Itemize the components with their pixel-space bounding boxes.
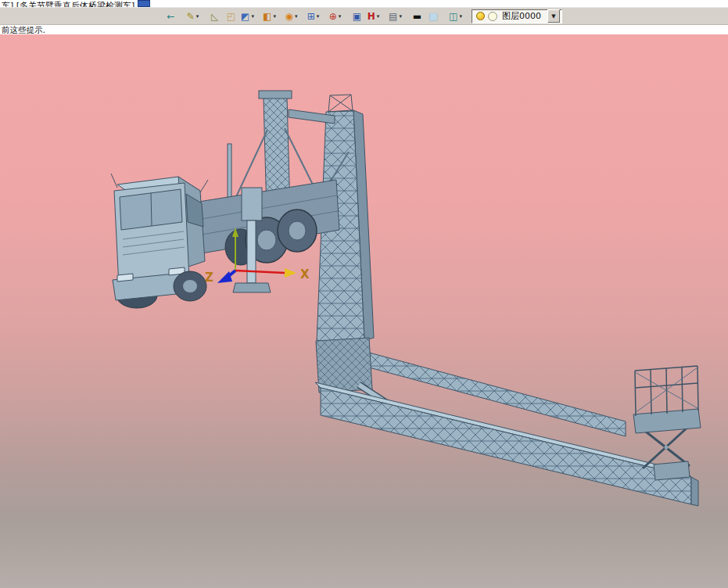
hint-text: 前这些提示. [2, 25, 45, 34]
screen-display-glyph: ▤ [389, 12, 397, 21]
display-mode-glyph: ◧ [263, 12, 271, 21]
layer-selector[interactable]: 图层0000 ▼ [472, 9, 562, 23]
line-width-icon[interactable]: ▬ [410, 9, 425, 23]
view-window-icon[interactable]: ⊞▾ [306, 9, 321, 23]
viewport-frame-icon[interactable]: ▣ [350, 9, 364, 23]
shaded-view-glyph: ◩ [241, 12, 249, 21]
window-title-strip: 车] [多关节臂垂直后体桥梁检测车] [0, 0, 728, 8]
hint-strip: 前这些提示. [0, 25, 728, 34]
shaded-view-icon[interactable]: ◩▾ [240, 9, 255, 23]
active-tab-marker[interactable] [138, 0, 150, 7]
dropdown-arrow[interactable]: ▾ [295, 13, 298, 20]
sketch-pen-icon[interactable]: ◺ [207, 9, 222, 23]
dropdown-arrow[interactable]: ▾ [317, 13, 320, 20]
viewport-3d[interactable]: Z X [0, 34, 728, 588]
material-render-icon[interactable]: ◉▾ [284, 9, 299, 23]
solid-view-glyph: ◰ [227, 12, 235, 21]
layers-glyph: ◫ [449, 12, 457, 21]
render-style-glyph: ✎ [187, 12, 195, 21]
background-color-icon[interactable]: ■ [426, 9, 441, 23]
dropdown-arrow[interactable]: ▾ [339, 13, 342, 20]
layer-dropdown-arrow[interactable]: ▼ [547, 9, 560, 23]
screen-display-icon[interactable]: ▤▾ [388, 9, 403, 23]
section-view-icon[interactable]: H▾ [366, 9, 381, 23]
sketch-pen-glyph: ◺ [211, 12, 218, 21]
dropdown-arrow[interactable]: ▾ [273, 13, 276, 20]
window-title: 车] [多关节臂垂直后体桥梁检测车] [0, 0, 134, 8]
dropdown-arrow[interactable]: ▾ [251, 13, 254, 20]
axis-z-label: Z [205, 271, 213, 285]
toolbar: ← ✎▾ ◺ ◰ ◩▾ ◧▾ ◉▾ ⊞▾ ⊕▾ ▣ H▾ ▤▾ ▬ ■ ◫▾ 图… [0, 8, 728, 25]
dropdown-arrow[interactable]: ▾ [399, 13, 402, 20]
line-width-glyph: ▬ [413, 12, 421, 21]
dropdown-arrow[interactable]: ▾ [377, 13, 380, 20]
back-icon-glyph: ← [167, 12, 174, 21]
material-render-glyph: ◉ [285, 12, 293, 21]
truck-model[interactable] [111, 174, 339, 308]
dropdown-arrow[interactable]: ▾ [196, 13, 199, 20]
back-icon[interactable]: ← [163, 9, 178, 23]
render-style-icon[interactable]: ✎▾ [185, 9, 200, 23]
layer-visibility-bulb-icon[interactable] [476, 12, 485, 20]
viewport-frame-glyph: ▣ [353, 12, 361, 21]
display-mode-icon[interactable]: ◧▾ [262, 9, 277, 23]
orientation-icon[interactable]: ⊕▾ [328, 9, 342, 23]
layer-name: 图层0000 [502, 10, 541, 22]
section-view-glyph: H [368, 12, 375, 21]
model-canvas: Z X [0, 34, 728, 588]
background-color-glyph: ■ [429, 12, 438, 21]
layers-icon[interactable]: ◫▾ [448, 9, 463, 23]
view-window-glyph: ⊞ [307, 12, 315, 21]
solid-view-icon[interactable]: ◰ [224, 9, 238, 23]
dropdown-arrow[interactable]: ▾ [459, 13, 462, 20]
layer-color-icon[interactable] [488, 12, 497, 21]
orientation-glyph: ⊕ [329, 12, 337, 21]
axis-x-label: X [300, 267, 310, 281]
